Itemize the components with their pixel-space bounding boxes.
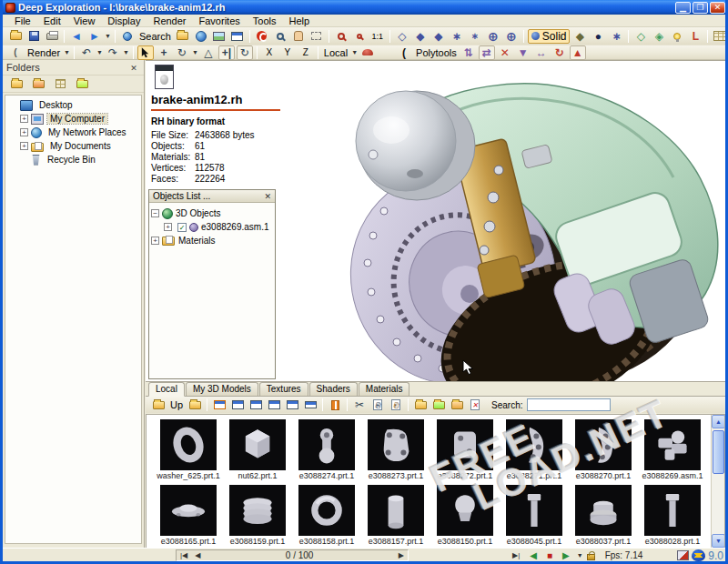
rotate-tool-icon[interactable]: ↻ — [174, 45, 190, 60]
render-dropdown-icon[interactable]: ▼ — [64, 49, 70, 55]
up-folder-icon[interactable] — [150, 398, 167, 412]
next-frame-button[interactable]: ▶ — [395, 550, 408, 561]
part-preview-image[interactable] — [506, 419, 562, 470]
restore-button[interactable]: ❐ — [693, 2, 708, 14]
part-preview-image[interactable] — [368, 485, 424, 536]
scroll-up-icon[interactable]: ▲ — [712, 415, 725, 428]
thumbnail-nut62-prt-1[interactable]: nut62.prt.1 — [223, 415, 292, 480]
prev-frame-button[interactable]: ◀ — [191, 550, 204, 561]
thumbnail-e3088037-prt-1[interactable]: e3088037.prt.1 — [569, 480, 638, 546]
boxed-triangle-icon[interactable]: ▲ — [570, 45, 586, 60]
shaded-view-icon[interactable]: ◆ — [430, 29, 447, 44]
thumbnail-e3088157-prt-1[interactable]: e3088157.prt.1 — [361, 480, 430, 546]
scroll-down-icon[interactable]: ▼ — [712, 534, 725, 548]
view-list-icon[interactable] — [248, 398, 264, 412]
collapse-toggle[interactable]: − — [151, 209, 159, 217]
title-bar[interactable]: Deep Exploration - I:\brake\brake-anim12… — [0, 0, 728, 15]
print-icon[interactable] — [44, 29, 60, 44]
thumbnail-e3088159-prt-1[interactable]: e3088159.prt.1 — [223, 480, 292, 546]
back-icon[interactable]: ◄ — [68, 29, 85, 44]
solid-mode-button[interactable]: Solid — [528, 29, 571, 44]
thumbnail-washer-625-prt-1[interactable]: washer_625.prt.1 — [154, 415, 223, 480]
cross-section-icon[interactable]: ✕ — [497, 45, 513, 60]
tree-item-3d-objects[interactable]: − 3D Objects — [151, 206, 273, 220]
zoom-out-icon[interactable] — [351, 29, 368, 44]
zoom-tool-icon[interactable] — [272, 29, 288, 44]
menu-item-render[interactable]: Render — [147, 15, 192, 26]
save-icon[interactable] — [25, 29, 42, 44]
tab-materials[interactable]: Materials — [359, 382, 410, 396]
folders-close-icon[interactable]: ✕ — [127, 62, 140, 74]
copy-to-folder-icon[interactable] — [412, 398, 429, 412]
menu-item-view[interactable]: View — [67, 15, 102, 26]
paste-icon[interactable]: ⎗ — [388, 398, 404, 412]
rotate-dropdown-icon[interactable]: ▼ — [192, 49, 198, 55]
tab-textures[interactable]: Textures — [259, 382, 308, 396]
delete-folder-icon[interactable] — [52, 76, 68, 91]
part-preview-image[interactable] — [575, 485, 632, 536]
part-preview-image[interactable] — [437, 485, 493, 536]
rotate-axis-tool-icon[interactable]: ↻ — [237, 45, 253, 60]
folder-item-my-network-places[interactable]: +My Network Places — [5, 126, 141, 139]
move-tool-icon[interactable]: + — [156, 45, 172, 60]
flip-vertical-icon[interactable]: ⇅ — [460, 45, 477, 60]
spread-icon[interactable]: ↔ — [533, 45, 550, 60]
redo-dropdown-icon[interactable]: ▼ — [123, 49, 129, 55]
tree-item-materials[interactable]: + Materials — [151, 234, 273, 247]
menu-item-display[interactable]: Display — [101, 15, 147, 26]
tree-item-assembly[interactable]: + ✓ e3088269.asm.1 — [151, 220, 273, 234]
redo-icon[interactable]: ↷ — [105, 45, 121, 60]
web-globe-icon[interactable] — [193, 29, 209, 44]
part-preview-image[interactable] — [575, 419, 632, 470]
scale-tool-icon[interactable]: △ — [200, 45, 217, 60]
pdf-export-icon[interactable] — [254, 29, 270, 44]
thumbnail-e3088158-prt-1[interactable]: e3088158.prt.1 — [292, 480, 361, 546]
hiddenline-view-icon[interactable]: ◆ — [412, 29, 429, 44]
thumbnail-e3088028-prt-1[interactable]: e3088028.prt.1 — [638, 480, 707, 546]
expand-toggle[interactable]: + — [20, 142, 28, 150]
part-preview-image[interactable] — [229, 485, 286, 536]
thumbnail-e3088272-prt-1[interactable]: e3088272.prt.1 — [430, 415, 500, 480]
objects-list-close-icon[interactable]: ✕ — [264, 192, 271, 201]
folder-item-recycle-bin[interactable]: Recycle Bin — [5, 153, 141, 166]
browser-scrollbar[interactable]: ▲ ▼ — [711, 415, 724, 548]
close-button[interactable]: ✕ — [710, 2, 725, 14]
play-backward-button[interactable]: ◀ — [526, 550, 541, 561]
thumbnail-e3088271-prt-1[interactable]: e3088271.prt.1 — [500, 415, 569, 480]
tab-local[interactable]: Local — [148, 382, 185, 397]
view-details-icon[interactable] — [266, 398, 282, 412]
play-forward-button[interactable]: ▶ — [559, 550, 573, 561]
thumbnail-e3088273-prt-1[interactable]: e3088273.prt.1 — [361, 415, 430, 480]
part-preview-image[interactable] — [160, 485, 217, 536]
view-report-icon[interactable] — [284, 398, 300, 412]
scrollbar-thumb[interactable] — [713, 430, 724, 474]
part-preview-image[interactable] — [229, 419, 286, 470]
zoom-actual-icon[interactable]: 1:1 — [369, 29, 386, 44]
dark-sphere-icon[interactable]: ● — [590, 29, 606, 44]
move-to-folder-icon[interactable] — [430, 398, 447, 412]
search-button[interactable]: Search — [136, 31, 174, 42]
copy-icon[interactable]: ⎘ — [369, 398, 386, 412]
coordinate-dropdown-icon[interactable]: ▼ — [351, 49, 358, 55]
zoom-region-icon[interactable] — [308, 29, 325, 44]
green-cube-icon[interactable]: ◈ — [651, 29, 667, 44]
menu-item-help[interactable]: Help — [282, 15, 316, 26]
scene-grid-icon[interactable] — [712, 29, 728, 44]
view-tiles-icon[interactable] — [229, 398, 246, 412]
axis-letter-icon[interactable]: L — [687, 29, 703, 44]
material-hat-icon[interactable] — [359, 45, 376, 60]
bend-icon[interactable]: ↻ — [551, 45, 568, 60]
folder-edit-icon[interactable] — [30, 76, 46, 91]
part-preview-image[interactable] — [298, 485, 355, 536]
sphere-grid-icon[interactable]: ⊕ — [485, 29, 501, 44]
expand-toggle[interactable]: + — [164, 223, 172, 231]
part-preview-image[interactable] — [368, 419, 424, 470]
tab-my-3d-models[interactable]: My 3D Models — [186, 382, 258, 396]
folder-item-my-documents[interactable]: +My Documents — [5, 139, 141, 153]
part-preview-image[interactable] — [644, 419, 701, 470]
cut-icon[interactable]: ✂ — [351, 398, 368, 412]
viewport-3d[interactable]: brake-anim12.rh RH binary format File Si… — [146, 60, 725, 381]
thumbnail-e3088150-prt-1[interactable]: e3088150.prt.1 — [430, 480, 500, 546]
project-down-icon[interactable]: ▼ — [515, 45, 531, 60]
part-preview-image[interactable] — [644, 485, 701, 536]
